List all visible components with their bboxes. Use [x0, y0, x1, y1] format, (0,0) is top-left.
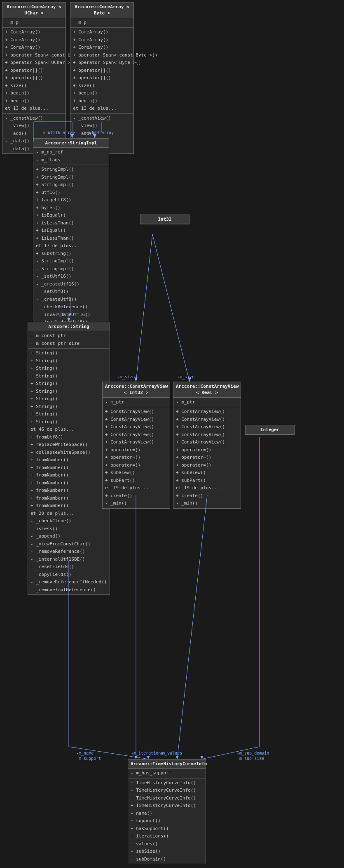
uml-section-coreArrayUChar-0: - m_p: [2, 18, 66, 28]
uml-row: + StringImpl(): [33, 181, 109, 189]
uml-row: - _view(): [70, 122, 133, 130]
uml-header-constArrayViewInt32: Arccore::ConstArrayView < Int32 >: [103, 382, 170, 398]
uml-box-stringImpl: Arccore::StringImpl- m_nb_ref- m_flags+ …: [33, 138, 109, 343]
svg-line-21: [177, 495, 207, 759]
uml-row: + CoreArray(): [2, 36, 66, 44]
uml-row: + operator[](): [70, 67, 133, 75]
uml-row: - _createUtf8(): [33, 296, 109, 304]
uml-row: + collapseWhiteSpace(): [28, 449, 110, 457]
uml-row: + CoreArray(): [70, 44, 133, 52]
uml-row: + fromNumber(): [28, 479, 110, 487]
uml-row: + TimeHistoryCurveInfo(): [128, 802, 206, 810]
uml-row: + subView(): [173, 469, 241, 477]
uml-row: + StringImpl(): [33, 166, 109, 174]
uml-row: + fromUtf8(): [28, 434, 110, 441]
uml-row: - _createUtf16(): [33, 281, 109, 288]
label-utf16: -m_utf16_array: [40, 130, 75, 135]
uml-row: + String(): [28, 410, 110, 418]
uml-row: + begin(): [2, 97, 66, 105]
label-mvalues: -m_values: [160, 751, 182, 755]
uml-row: + subPart(): [173, 477, 241, 485]
uml-row: + String(): [28, 349, 110, 357]
uml-box-timeHistoryCurveInfo: Arcane::TimeHistoryCurveInfo- m_has_supp…: [128, 759, 206, 864]
uml-row: + isLessThan(): [33, 219, 109, 227]
label-msize2: -m_size: [177, 375, 194, 379]
uml-row: + ConstArrayView(): [173, 439, 241, 446]
uml-header-timeHistoryCurveInfo: Arcane::TimeHistoryCurveInfo: [128, 760, 206, 769]
label-msize1: -m_size: [117, 375, 135, 379]
label-utf8: -m_utf8_array: [82, 130, 114, 135]
uml-row: - StringImpl(): [33, 257, 109, 265]
uml-row: + subPart(): [103, 477, 170, 485]
uml-row: + ConstArrayView(): [103, 408, 170, 416]
uml-section-constArrayViewInt32-0: - m_ptr: [103, 398, 170, 408]
uml-row: + begin(): [70, 90, 133, 97]
uml-header-int32: Int32: [140, 215, 189, 224]
uml-header-coreArrayUChar: Arccore::CoreArray < UChar >: [2, 2, 66, 18]
uml-row: + StringImpl(): [33, 174, 109, 182]
uml-row: + ConstArrayView(): [173, 408, 241, 416]
uml-row: + String(): [28, 357, 110, 365]
uml-section-stringImpl-1: + StringImpl()+ StringImpl()+ StringImpl…: [33, 165, 109, 342]
uml-row: - _checkClone(): [28, 517, 110, 525]
uml-row: et 17 de plus...: [33, 242, 109, 250]
uml-row: + ConstArrayView(): [173, 423, 241, 431]
uml-row: + CoreArray(): [70, 28, 133, 36]
svg-marker-25: [200, 756, 204, 759]
uml-header-integer: Integer: [246, 425, 294, 434]
uml-row: + operator Span< const UChar >(): [2, 52, 66, 59]
uml-row: - _append(): [28, 533, 110, 540]
uml-row: - isLess(): [28, 525, 110, 533]
uml-row: et 19 de plus...: [103, 484, 170, 492]
uml-row: + operator=(): [173, 454, 241, 462]
uml-row: + String(): [28, 365, 110, 373]
uml-row: + operator=(): [173, 446, 241, 454]
uml-row: + fromNumber(): [28, 502, 110, 510]
uml-row: + size(): [2, 82, 66, 90]
uml-row: + String(): [28, 388, 110, 396]
uml-row: + CoreArray(): [2, 28, 66, 36]
uml-row: et 13 de plus...: [2, 105, 66, 113]
uml-row: + isEqual(): [33, 227, 109, 235]
uml-row: et 20 de plus...: [28, 510, 110, 518]
uml-row: + String(): [28, 418, 110, 426]
uml-row: + isEqual(): [33, 212, 109, 219]
uml-row: - m_p: [2, 19, 66, 27]
uml-row: + String(): [28, 395, 110, 403]
uml-header-constArrayViewReal: Arccore::ConstArrayView < Real >: [173, 382, 241, 398]
svg-marker-18: [147, 756, 150, 759]
uml-box-constArrayViewInt32: Arccore::ConstArrayView < Int32 >- m_ptr…: [102, 382, 170, 509]
uml-row: - _setUtf16(): [33, 273, 109, 281]
uml-row: + subDomain(): [128, 856, 206, 863]
uml-row: - _invalidateUtf16(): [33, 311, 109, 319]
uml-row: - m_flags: [33, 156, 109, 164]
uml-section-constArrayViewInt32-1: + ConstArrayView()+ ConstArrayView()+ Co…: [103, 407, 170, 508]
uml-row: + operator[](): [2, 74, 66, 82]
uml-row: + TimeHistoryCurveInfo(): [128, 779, 206, 787]
uml-row: - _constView(): [70, 115, 133, 123]
uml-row: + ConstArrayView(): [173, 416, 241, 424]
uml-row: + operator Span< const Byte >(): [70, 52, 133, 59]
uml-row: - m_const_ptr_size: [28, 340, 110, 348]
svg-line-12: [136, 234, 152, 382]
label-msupport: -m_support: [76, 756, 101, 761]
uml-row: - m_nb_ref: [33, 149, 109, 156]
uml-row: - m_const_ptr: [28, 332, 110, 340]
uml-header-stringImpl: Arccore::StringImpl: [33, 139, 109, 148]
uml-section-constArrayViewReal-1: + ConstArrayView()+ ConstArrayView()+ Co…: [173, 407, 241, 508]
uml-row: + create(): [103, 492, 170, 500]
uml-row: - _internalUtf16BE(): [28, 556, 110, 564]
uml-row: + operator=(): [103, 446, 170, 454]
uml-row: + support(): [128, 817, 206, 825]
uml-row: - _viewFromConstChar(): [28, 540, 110, 548]
uml-section-arcString-1: + String()+ String()+ String()+ String()…: [28, 349, 110, 594]
uml-row: + ConstArrayView(): [103, 423, 170, 431]
svg-marker-22: [176, 756, 179, 759]
label-mname: -m_name: [76, 751, 94, 755]
uml-row: + subSize(): [128, 848, 206, 856]
uml-row: - _min(): [103, 500, 170, 507]
uml-section-coreArrayUChar-1: + CoreArray()+ CoreArray()+ CoreArray()+…: [2, 28, 66, 114]
uml-row: + String(): [28, 380, 110, 388]
uml-section-arcString-0: - m_const_ptr- m_const_ptr_size: [28, 331, 110, 349]
uml-row: - _removeImplReference(): [28, 586, 110, 594]
